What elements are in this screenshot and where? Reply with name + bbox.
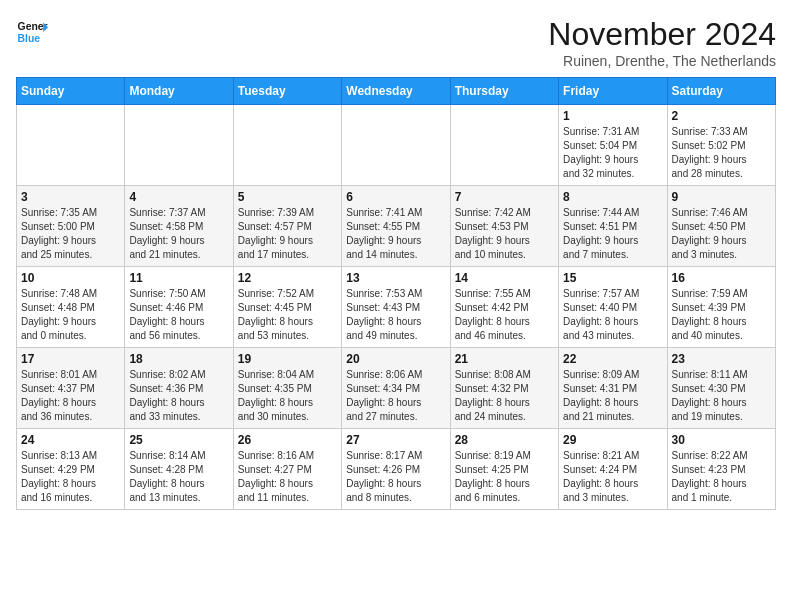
calendar-cell: 14Sunrise: 7:55 AMSunset: 4:42 PMDayligh… xyxy=(450,267,558,348)
calendar-week-2: 10Sunrise: 7:48 AMSunset: 4:48 PMDayligh… xyxy=(17,267,776,348)
day-number: 27 xyxy=(346,433,445,447)
calendar-week-3: 17Sunrise: 8:01 AMSunset: 4:37 PMDayligh… xyxy=(17,348,776,429)
calendar-cell: 9Sunrise: 7:46 AMSunset: 4:50 PMDaylight… xyxy=(667,186,775,267)
day-number: 10 xyxy=(21,271,120,285)
calendar-cell: 28Sunrise: 8:19 AMSunset: 4:25 PMDayligh… xyxy=(450,429,558,510)
calendar-cell: 27Sunrise: 8:17 AMSunset: 4:26 PMDayligh… xyxy=(342,429,450,510)
day-info: Sunrise: 7:31 AMSunset: 5:04 PMDaylight:… xyxy=(563,125,662,181)
day-info: Sunrise: 8:04 AMSunset: 4:35 PMDaylight:… xyxy=(238,368,337,424)
day-info: Sunrise: 8:11 AMSunset: 4:30 PMDaylight:… xyxy=(672,368,771,424)
day-info: Sunrise: 8:16 AMSunset: 4:27 PMDaylight:… xyxy=(238,449,337,505)
calendar-cell: 6Sunrise: 7:41 AMSunset: 4:55 PMDaylight… xyxy=(342,186,450,267)
calendar-cell: 11Sunrise: 7:50 AMSunset: 4:46 PMDayligh… xyxy=(125,267,233,348)
day-number: 20 xyxy=(346,352,445,366)
calendar-cell: 20Sunrise: 8:06 AMSunset: 4:34 PMDayligh… xyxy=(342,348,450,429)
calendar-cell xyxy=(125,105,233,186)
calendar-cell: 24Sunrise: 8:13 AMSunset: 4:29 PMDayligh… xyxy=(17,429,125,510)
calendar-cell: 22Sunrise: 8:09 AMSunset: 4:31 PMDayligh… xyxy=(559,348,667,429)
day-info: Sunrise: 7:37 AMSunset: 4:58 PMDaylight:… xyxy=(129,206,228,262)
weekday-header-thursday: Thursday xyxy=(450,78,558,105)
day-info: Sunrise: 8:09 AMSunset: 4:31 PMDaylight:… xyxy=(563,368,662,424)
day-number: 21 xyxy=(455,352,554,366)
day-number: 11 xyxy=(129,271,228,285)
calendar-cell: 13Sunrise: 7:53 AMSunset: 4:43 PMDayligh… xyxy=(342,267,450,348)
calendar-cell: 5Sunrise: 7:39 AMSunset: 4:57 PMDaylight… xyxy=(233,186,341,267)
day-info: Sunrise: 7:57 AMSunset: 4:40 PMDaylight:… xyxy=(563,287,662,343)
day-number: 9 xyxy=(672,190,771,204)
day-number: 29 xyxy=(563,433,662,447)
day-info: Sunrise: 8:13 AMSunset: 4:29 PMDaylight:… xyxy=(21,449,120,505)
weekday-header-tuesday: Tuesday xyxy=(233,78,341,105)
day-info: Sunrise: 7:53 AMSunset: 4:43 PMDaylight:… xyxy=(346,287,445,343)
day-info: Sunrise: 8:22 AMSunset: 4:23 PMDaylight:… xyxy=(672,449,771,505)
day-info: Sunrise: 8:01 AMSunset: 4:37 PMDaylight:… xyxy=(21,368,120,424)
calendar-cell: 29Sunrise: 8:21 AMSunset: 4:24 PMDayligh… xyxy=(559,429,667,510)
calendar-cell: 3Sunrise: 7:35 AMSunset: 5:00 PMDaylight… xyxy=(17,186,125,267)
calendar-cell: 8Sunrise: 7:44 AMSunset: 4:51 PMDaylight… xyxy=(559,186,667,267)
logo-icon: General Blue xyxy=(16,16,48,48)
day-info: Sunrise: 7:59 AMSunset: 4:39 PMDaylight:… xyxy=(672,287,771,343)
weekday-header-sunday: Sunday xyxy=(17,78,125,105)
day-number: 5 xyxy=(238,190,337,204)
day-number: 22 xyxy=(563,352,662,366)
day-info: Sunrise: 7:42 AMSunset: 4:53 PMDaylight:… xyxy=(455,206,554,262)
calendar-cell: 18Sunrise: 8:02 AMSunset: 4:36 PMDayligh… xyxy=(125,348,233,429)
calendar-body: 1Sunrise: 7:31 AMSunset: 5:04 PMDaylight… xyxy=(17,105,776,510)
calendar-header: SundayMondayTuesdayWednesdayThursdayFrid… xyxy=(17,78,776,105)
calendar-cell: 4Sunrise: 7:37 AMSunset: 4:58 PMDaylight… xyxy=(125,186,233,267)
weekday-header-saturday: Saturday xyxy=(667,78,775,105)
calendar-cell xyxy=(17,105,125,186)
calendar-cell: 1Sunrise: 7:31 AMSunset: 5:04 PMDaylight… xyxy=(559,105,667,186)
calendar-cell: 16Sunrise: 7:59 AMSunset: 4:39 PMDayligh… xyxy=(667,267,775,348)
calendar-cell: 15Sunrise: 7:57 AMSunset: 4:40 PMDayligh… xyxy=(559,267,667,348)
day-number: 15 xyxy=(563,271,662,285)
calendar-cell: 7Sunrise: 7:42 AMSunset: 4:53 PMDaylight… xyxy=(450,186,558,267)
calendar-cell: 23Sunrise: 8:11 AMSunset: 4:30 PMDayligh… xyxy=(667,348,775,429)
title-block: November 2024 Ruinen, Drenthe, The Nethe… xyxy=(548,16,776,69)
day-number: 16 xyxy=(672,271,771,285)
day-info: Sunrise: 8:21 AMSunset: 4:24 PMDaylight:… xyxy=(563,449,662,505)
month-title: November 2024 xyxy=(548,16,776,53)
weekday-header-monday: Monday xyxy=(125,78,233,105)
calendar-week-0: 1Sunrise: 7:31 AMSunset: 5:04 PMDaylight… xyxy=(17,105,776,186)
calendar-cell: 26Sunrise: 8:16 AMSunset: 4:27 PMDayligh… xyxy=(233,429,341,510)
day-number: 2 xyxy=(672,109,771,123)
calendar-cell: 10Sunrise: 7:48 AMSunset: 4:48 PMDayligh… xyxy=(17,267,125,348)
calendar-cell: 17Sunrise: 8:01 AMSunset: 4:37 PMDayligh… xyxy=(17,348,125,429)
day-number: 13 xyxy=(346,271,445,285)
svg-text:Blue: Blue xyxy=(18,33,41,44)
day-number: 12 xyxy=(238,271,337,285)
day-info: Sunrise: 8:08 AMSunset: 4:32 PMDaylight:… xyxy=(455,368,554,424)
day-info: Sunrise: 7:46 AMSunset: 4:50 PMDaylight:… xyxy=(672,206,771,262)
day-number: 18 xyxy=(129,352,228,366)
calendar-cell: 30Sunrise: 8:22 AMSunset: 4:23 PMDayligh… xyxy=(667,429,775,510)
day-number: 3 xyxy=(21,190,120,204)
day-info: Sunrise: 7:41 AMSunset: 4:55 PMDaylight:… xyxy=(346,206,445,262)
day-info: Sunrise: 7:35 AMSunset: 5:00 PMDaylight:… xyxy=(21,206,120,262)
calendar-cell: 19Sunrise: 8:04 AMSunset: 4:35 PMDayligh… xyxy=(233,348,341,429)
day-info: Sunrise: 8:02 AMSunset: 4:36 PMDaylight:… xyxy=(129,368,228,424)
calendar-cell xyxy=(342,105,450,186)
day-number: 25 xyxy=(129,433,228,447)
day-info: Sunrise: 8:14 AMSunset: 4:28 PMDaylight:… xyxy=(129,449,228,505)
day-info: Sunrise: 7:48 AMSunset: 4:48 PMDaylight:… xyxy=(21,287,120,343)
calendar-week-4: 24Sunrise: 8:13 AMSunset: 4:29 PMDayligh… xyxy=(17,429,776,510)
logo: General Blue xyxy=(16,16,48,48)
day-number: 8 xyxy=(563,190,662,204)
day-number: 30 xyxy=(672,433,771,447)
page-header: General Blue November 2024 Ruinen, Drent… xyxy=(16,16,776,69)
day-number: 23 xyxy=(672,352,771,366)
calendar-cell xyxy=(450,105,558,186)
calendar-week-1: 3Sunrise: 7:35 AMSunset: 5:00 PMDaylight… xyxy=(17,186,776,267)
weekday-header-friday: Friday xyxy=(559,78,667,105)
day-info: Sunrise: 7:52 AMSunset: 4:45 PMDaylight:… xyxy=(238,287,337,343)
day-info: Sunrise: 8:06 AMSunset: 4:34 PMDaylight:… xyxy=(346,368,445,424)
day-info: Sunrise: 7:44 AMSunset: 4:51 PMDaylight:… xyxy=(563,206,662,262)
weekday-header-wednesday: Wednesday xyxy=(342,78,450,105)
calendar-cell xyxy=(233,105,341,186)
day-number: 14 xyxy=(455,271,554,285)
day-number: 24 xyxy=(21,433,120,447)
day-info: Sunrise: 7:33 AMSunset: 5:02 PMDaylight:… xyxy=(672,125,771,181)
location-subtitle: Ruinen, Drenthe, The Netherlands xyxy=(548,53,776,69)
day-number: 7 xyxy=(455,190,554,204)
